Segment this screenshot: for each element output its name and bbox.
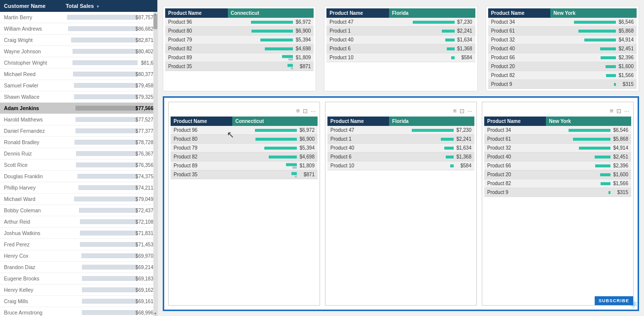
product-value-cell: $315 [546, 188, 631, 197]
product-name-cell: Product 32 [488, 36, 551, 44]
customer-name: Ronald Bradley [0, 137, 62, 148]
customer-name: Craig Mills [0, 296, 62, 307]
customer-sales: $79,325 [62, 91, 157, 103]
image-icon-ct[interactable]: ⊡ [303, 108, 308, 115]
product-name-cell: Product 80 [171, 135, 232, 144]
scrollbar-track[interactable]: ▲ ▼ [153, 12, 157, 316]
total-sales-header[interactable]: Total Sales [62, 0, 157, 12]
customer-sales: $72,437 [62, 205, 157, 216]
customer-sales: $69,162 [62, 284, 157, 296]
menu-icon-fl[interactable]: ≡ [453, 107, 457, 115]
customer-sales: $76,367 [62, 148, 157, 159]
image-icon-ny[interactable]: ⊡ [616, 108, 621, 115]
product-name-cell: Product 82 [171, 153, 232, 161]
connecticut-bottom-panel: ≡ ⊡ ··· ↖ Product Name Connecticut Produ… [168, 102, 320, 306]
product-name-col-ct-top: Product Name [165, 8, 228, 18]
florida-top-panel: Product Name Florida Product 47 $7,230 P… [324, 6, 477, 91]
customer-sales: $80,377 [62, 69, 157, 80]
customer-name: Michael Reed [0, 69, 62, 80]
product-name-cell: Product 9 [488, 80, 551, 89]
product-value-cell: $7,230 [389, 126, 474, 135]
customer-name: Fred Perez [0, 239, 62, 250]
product-name-cell: Product 20 [488, 62, 551, 71]
product-value-cell: $6,546 [546, 126, 631, 135]
product-name-cell: Product 82 [488, 71, 551, 80]
customer-name: Craig Wright [0, 35, 62, 46]
scrollbar-thumb[interactable] [153, 14, 157, 29]
newyork-col-bot: New York [546, 117, 631, 126]
customer-sales: $69,183 [62, 273, 157, 284]
product-value-cell: $1,368 [389, 153, 474, 161]
product-name-cell: Product 1 [326, 27, 389, 36]
customer-name: Bruce Armstrong [0, 307, 62, 316]
customer-name: Douglas Franklin [0, 171, 62, 182]
product-name-col-ny-top: Product Name [488, 8, 551, 18]
product-value-cell: $4,698 [232, 153, 318, 161]
menu-icon-ct[interactable]: ≡ [296, 107, 300, 115]
customer-name: Shawn Wallace [0, 91, 62, 103]
product-value-cell: $2,396 [550, 53, 637, 62]
customer-name: Henry Cox [0, 250, 62, 262]
product-value-cell: $1,809 [228, 53, 314, 62]
customer-sales: $71,831 [62, 228, 157, 239]
product-name-cell: Product 6 [326, 44, 389, 53]
product-name-cell: Product 82 [484, 179, 546, 188]
product-name-cell: Product 9 [484, 188, 546, 197]
product-value-cell: $1,600 [546, 170, 631, 179]
customer-name: Samuel Fowler [0, 80, 62, 91]
customer-sales: $77,377 [62, 125, 157, 137]
more-icon-ny[interactable]: ··· [624, 108, 629, 115]
product-name-cell: Product 34 [484, 126, 546, 135]
subscribe-button[interactable]: SUBSCRIBE [595, 296, 633, 305]
customer-name: Phillip Harvey [0, 182, 62, 194]
product-value-cell: $5,394 [232, 144, 318, 153]
customer-sidebar: Customer Name Total Sales Martin Berry $… [0, 0, 158, 316]
customer-sales: $69,214 [62, 262, 157, 273]
product-name-cell: Product 10 [327, 161, 389, 170]
customer-sales: $71,453 [62, 239, 157, 250]
product-value-cell: $7,230 [389, 18, 475, 27]
product-name-col-ny-bot: Product Name [484, 117, 546, 126]
product-name-cell: Product 35 [165, 62, 228, 71]
product-value-cell: $2,451 [546, 153, 631, 161]
florida-bottom-panel: ≡ ⊡ ··· Product Name Florida Product 47 [325, 102, 477, 306]
customer-name: Michael Ward [0, 194, 62, 205]
customer-name: Christopher Wright [0, 57, 62, 69]
newyork-top-table: Product Name New York Product 34 $6,546 … [488, 8, 637, 89]
newyork-top-panel: Product Name New York Product 34 $6,546 … [486, 6, 639, 91]
product-value-cell: $5,868 [546, 135, 631, 144]
content-area: Product Name Connecticut Product 96 $6,9… [158, 0, 644, 316]
newyork-bottom-table: Product Name New York Product 34 $6,546 … [484, 117, 631, 197]
product-value-cell: $6,900 [228, 27, 314, 36]
customer-sales: $76,356 [62, 159, 157, 171]
customer-name: Joshua Watkins [0, 228, 62, 239]
product-name-cell: Product 40 [327, 144, 389, 153]
scroll-up-icon[interactable]: ▲ [153, 12, 157, 16]
product-name-cell: Product 40 [484, 153, 546, 161]
product-value-cell: $1,566 [550, 71, 637, 80]
customer-sales: $82,871 [62, 35, 157, 46]
customer-table: Customer Name Total Sales Martin Berry $… [0, 0, 157, 316]
florida-top-table: Product Name Florida Product 47 $7,230 P… [326, 8, 475, 62]
customer-sales: $77,527 [62, 114, 157, 125]
more-icon-fl[interactable]: ··· [467, 108, 472, 115]
product-name-cell: Product 61 [484, 135, 546, 144]
product-name-cell: Product 96 [165, 18, 228, 27]
product-value-cell: $2,451 [550, 44, 637, 53]
image-icon-fl[interactable]: ⊡ [460, 108, 465, 115]
customer-name: Bobby Coleman [0, 205, 62, 216]
customer-sales: $86,682 [62, 23, 157, 35]
product-value-cell: $6,900 [232, 135, 318, 144]
customer-sales: $78,728 [62, 137, 157, 148]
product-value-cell: $6,546 [550, 18, 637, 27]
menu-icon-ny[interactable]: ≡ [609, 107, 613, 115]
product-value-cell: $1,634 [389, 36, 475, 44]
product-value-cell: $2,241 [389, 135, 474, 144]
customer-sales: $68,996 [62, 307, 157, 316]
more-icon-ct[interactable]: ··· [311, 108, 316, 115]
customer-name: Harold Matthews [0, 114, 62, 125]
scroll-down-icon[interactable]: ▼ [153, 312, 157, 316]
product-name-cell: Product 47 [326, 18, 389, 27]
product-value-cell: $584 [389, 53, 475, 62]
newyork-col-top: New York [550, 8, 637, 18]
